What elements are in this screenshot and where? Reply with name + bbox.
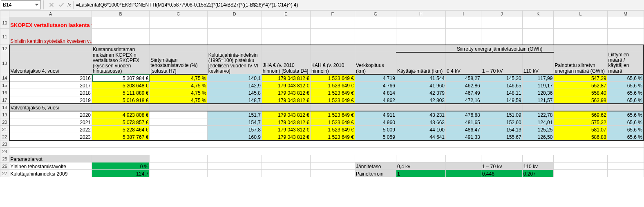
J27[interactable]: 0,446 (481, 170, 522, 177)
col-C[interactable]: C (150, 11, 207, 17)
H15[interactable]: 41 960 (396, 82, 445, 89)
H26[interactable]: 0,4 kv (396, 162, 445, 170)
H17[interactable]: 42 803 (396, 96, 445, 104)
G19[interactable]: 4 911 (355, 111, 396, 118)
L20[interactable]: 575,32 (554, 118, 607, 126)
F14[interactable]: 1 523 649 € (310, 74, 355, 82)
I16[interactable]: 467,49 (445, 89, 481, 96)
M19[interactable]: 65,6 % (607, 111, 644, 118)
title-1[interactable]: SKOPEX vertailutason laskenta v. 2016-20… (9, 17, 92, 29)
K21[interactable]: 125,25 (522, 126, 554, 133)
col-J[interactable]: J (481, 11, 522, 17)
C17[interactable]: 4,75 % (150, 96, 207, 104)
G16[interactable]: 4 814 (355, 89, 396, 96)
col-B[interactable]: B (92, 11, 150, 17)
M14[interactable]: 65,6 % (607, 74, 644, 82)
J15[interactable]: 146,65 (481, 82, 522, 89)
A20[interactable]: 2021 (9, 118, 92, 126)
A15[interactable]: 2017 (9, 82, 92, 89)
E16[interactable]: 179 043 812 € (262, 89, 310, 96)
formula-input[interactable]: =Laskenta!Q6*1000*EKSPONENTTI(M14*0,5877… (74, 2, 644, 8)
E14[interactable]: 179 043 812 € (262, 74, 310, 82)
D21[interactable]: 157,8 (207, 126, 262, 133)
C14[interactable]: 4,75 % (150, 74, 207, 82)
K16[interactable]: 120,36 (522, 89, 554, 96)
G17[interactable]: 4 862 (355, 96, 396, 104)
F21[interactable]: 1 523 649 € (310, 126, 355, 133)
col-F[interactable]: F (310, 11, 355, 17)
C15[interactable]: 4,75 % (150, 82, 207, 89)
B20[interactable]: 5 073 857 € (92, 118, 150, 126)
F16[interactable]: 1 523 649 € (310, 89, 355, 96)
A19[interactable]: 2020 (9, 111, 92, 118)
A26[interactable]: Yleinen tehostamistavoite (9, 162, 92, 170)
select-all-corner[interactable] (0, 11, 9, 17)
H27[interactable]: 1 (396, 170, 445, 177)
F15[interactable]: 1 523 649 € (310, 82, 355, 89)
B26[interactable]: 0 % (92, 162, 150, 170)
H16[interactable]: 42 379 (396, 89, 445, 96)
title-2[interactable]: Sinisiin kenttiin syötetään kyseisen vuo… (9, 29, 92, 45)
K19[interactable]: 122,78 (522, 111, 554, 118)
B27[interactable]: 124,7 (92, 170, 150, 177)
D20[interactable]: 154,7 (207, 118, 262, 126)
K14[interactable]: 117,99 (522, 74, 554, 82)
G15[interactable]: 4 766 (355, 82, 396, 89)
J20[interactable]: 152,60 (481, 118, 522, 126)
A16[interactable]: 2018 (9, 89, 92, 96)
row-h-11[interactable]: 11 (0, 29, 9, 45)
D19[interactable]: 151,7 (207, 111, 262, 118)
D15[interactable]: 142,9 (207, 82, 262, 89)
I14[interactable]: 458,27 (445, 74, 481, 82)
M17[interactable]: 65,6 % (607, 96, 644, 104)
K22[interactable]: 126,50 (522, 133, 554, 140)
E15[interactable]: 179 043 812 € (262, 82, 310, 89)
L15[interactable]: 552,87 (554, 82, 607, 89)
E17[interactable]: 179 043 812 € (262, 96, 310, 104)
I21[interactable]: 486,47 (445, 126, 481, 133)
F22[interactable]: 1 523 649 € (310, 133, 355, 140)
C16[interactable]: 4,75 % (150, 89, 207, 96)
A25[interactable]: Parametriarvot (9, 155, 92, 162)
K27[interactable]: 0,207 (522, 170, 554, 177)
H22[interactable]: 44 541 (396, 133, 445, 140)
H21[interactable]: 44 100 (396, 126, 445, 133)
L17[interactable]: 563,98 (554, 96, 607, 104)
E20[interactable]: 179 043 812 € (262, 118, 310, 126)
H14[interactable]: 41 544 (396, 74, 445, 82)
F20[interactable]: 1 523 649 € (310, 118, 355, 126)
row-h-12[interactable]: 12 (0, 45, 9, 52)
A18[interactable]: Valvontajakso 5, vuosi (9, 104, 92, 111)
col-G[interactable]: G (355, 11, 396, 17)
G27[interactable]: Painokerroin (355, 170, 396, 177)
col-D[interactable]: D (207, 11, 262, 17)
G21[interactable]: 5 009 (355, 126, 396, 133)
I20[interactable]: 481,65 (445, 118, 481, 126)
G14[interactable]: 4 719 (355, 74, 396, 82)
K26[interactable]: 110 kv (522, 162, 554, 170)
A17[interactable]: 2019 (9, 96, 92, 104)
M21[interactable]: 65,6 % (607, 126, 644, 133)
B16[interactable]: 5 111 889 € (92, 89, 150, 96)
spreadsheet-grid[interactable]: A B C D E F G H I J K L M 10 SKOPEX vert… (0, 10, 644, 177)
fx-label[interactable]: fx (66, 1, 74, 9)
B14-cell[interactable]: 5 307 984 € (92, 74, 150, 82)
row-h-14[interactable]: 14 (0, 74, 9, 82)
col-M[interactable]: M (607, 11, 644, 17)
M20[interactable]: 65,6 % (607, 118, 644, 126)
H20[interactable]: 43 663 (396, 118, 445, 126)
I22[interactable]: 491,33 (445, 133, 481, 140)
name-box[interactable]: B14 (1, 0, 41, 9)
J22[interactable]: 155,67 (481, 133, 522, 140)
D16[interactable]: 145,8 (207, 89, 262, 96)
cancel-icon[interactable] (49, 2, 54, 8)
D22[interactable]: 160,9 (207, 133, 262, 140)
col-E[interactable]: E (262, 11, 310, 17)
col-L[interactable]: L (554, 11, 607, 17)
E22[interactable]: 179 043 812 € (262, 133, 310, 140)
col-I[interactable]: I (445, 11, 481, 17)
I15[interactable]: 462,86 (445, 82, 481, 89)
J26[interactable]: 1 – 70 kv (481, 162, 522, 170)
A21[interactable]: 2022 (9, 126, 92, 133)
J16[interactable]: 148,11 (481, 89, 522, 96)
